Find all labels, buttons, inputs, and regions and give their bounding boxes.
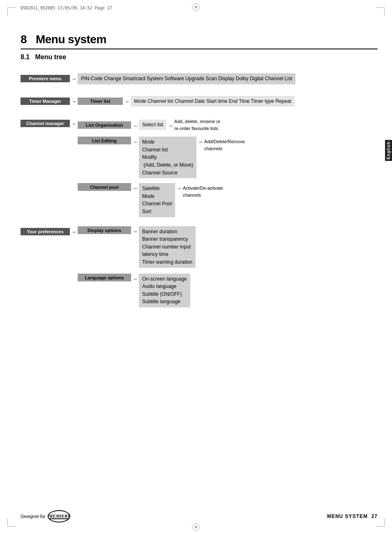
channel-manager-children: List Organisation → Select list → Add, d… [78,118,245,217]
channel-pool-label: Channel pool [78,183,131,191]
timer-manager-row: Timer Manager → Timer list → Mode Channe… [21,96,378,107]
footer: Geeignet für PREMIERE MENU SYSTEM 27 [21,510,378,522]
language-options-items: On-screen languageAudio languageSubtitle… [139,274,190,307]
spacer [21,221,378,226]
list-editing-result: Add/Delete/Removechannels [204,137,244,152]
crosshair-bottom [192,523,200,531]
premiere-menu-row: Premiere menu → PIN-Code Change Smartcar… [21,73,378,84]
premiere-logo: PREMIERE [48,513,70,519]
header-meta: DSR2011_052005 17/05/05 14:52 Page 27 [21,6,112,10]
premiere-menu-items: PIN-Code Change Smartcard System Softwar… [78,73,295,84]
channel-manager-label-cell: Channel manager [21,118,70,127]
premiere-logo-container: PREMIERE [48,510,70,522]
language-options-row: Language options → On-screen languageAud… [78,274,196,307]
language-options-label: Language options [78,274,131,281]
main-content: 8 Menu system 8.1 Menu tree Premiere men… [21,33,378,314]
arrow4: → [70,118,78,126]
geeignet-fuer: Geeignet für [21,514,46,519]
section-divider [21,49,378,49]
arrow3: → [123,96,131,104]
channel-pool-items: SatelliteModeChannel PoolSort [139,183,175,217]
timer-items-box: Mode Channel list Channel Date Start tim… [131,96,295,107]
premiere-menu-label: Premiere menu [21,75,70,82]
menu-tree: Premiere menu → PIN-Code Change Smartcar… [21,73,378,307]
crosshair-top [192,3,200,11]
select-list-box: Select list [139,120,166,130]
timer-list-cell: Timer list [78,96,123,105]
preferences-label: Your preferences [21,228,70,235]
menu-system-label: MENU SYSTEM [327,513,368,519]
channel-manager-label: Channel manager [21,120,70,127]
channel-pool-row: Channel pool → SatelliteModeChannel Pool… [78,183,245,217]
preferences-row: Your preferences → Display options → Ban… [21,226,378,307]
preferences-children: Display options → Banner durationBanner … [78,226,196,307]
arrow2: → [70,96,78,104]
arrow5: → [70,226,78,234]
corner-mark-tr [376,7,385,16]
display-options-row: Display options → Banner durationBanner … [78,226,196,268]
channel-pool-result: Activate/De-activatechannels [183,183,223,198]
premiere-menu-label-cell: Premiere menu [21,73,70,82]
display-options-label: Display options [78,226,131,234]
corner-mark-tl [7,7,16,16]
page-number: 27 [371,513,378,519]
list-editing-items: ModeChannel listModify (Add, Delete, or … [139,137,196,178]
timer-manager-label: Timer Manager [21,98,70,105]
footer-right: MENU SYSTEM 27 [327,513,378,519]
section-heading: 8 Menu system [21,33,378,46]
arrow1: → [70,73,78,81]
channel-manager-row: Channel manager → List Organisation → Se… [21,118,378,217]
english-tab: English [385,140,392,161]
footer-left: Geeignet für PREMIERE [21,510,70,522]
subsection-title: 8.1 Menu tree [21,53,378,61]
list-organisation-row: List Organisation → Select list → Add, d… [78,118,245,132]
list-editing-row: List Editing → ModeChannel listModify (A… [78,137,245,178]
timer-manager-label-cell: Timer Manager [21,96,70,105]
list-org-result: Add, delete, rename orre-order favourite… [174,118,220,132]
timer-items-cell: Mode Channel list Channel Date Start tim… [131,96,295,107]
preferences-label-cell: Your preferences [21,226,70,235]
corner-mark-br [376,518,385,527]
display-options-items: Banner durationBanner transparencyChanne… [139,226,196,268]
list-organisation-label: List Organisation [78,121,131,129]
premiere-items-box: PIN-Code Change Smartcard System Softwar… [78,73,295,84]
list-editing-label: List Editing [78,137,131,144]
section-title: 8 Menu system [21,33,378,46]
corner-mark-bl [7,518,16,527]
timer-list-label: Timer list [78,98,123,105]
